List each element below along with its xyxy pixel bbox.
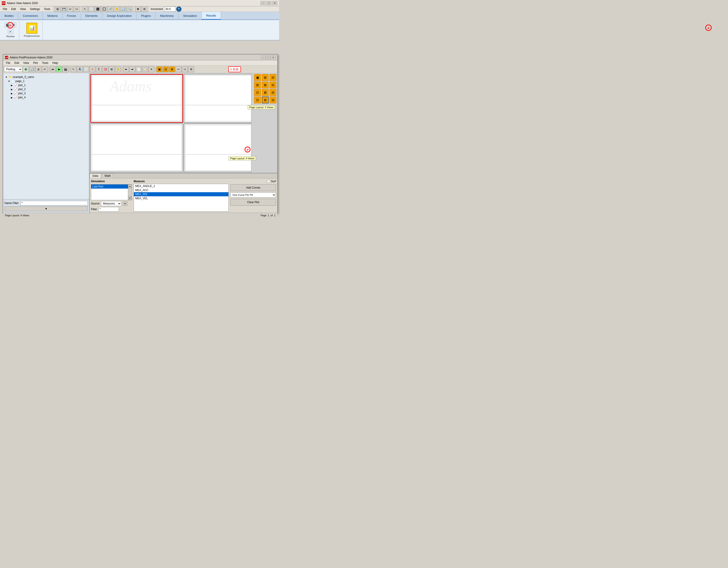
- pp-tb-hand[interactable]: ✋: [115, 66, 121, 72]
- layout-btn-6[interactable]: ⊟: [270, 82, 276, 88]
- menu-settings[interactable]: Settings: [28, 7, 42, 11]
- pp-tb-undo[interactable]: ↩: [42, 66, 48, 72]
- pp-tb-undo2[interactable]: ↩: [175, 66, 181, 72]
- pp-tb-curve[interactable]: ∿: [90, 66, 95, 72]
- pp-menu-edit[interactable]: Edit: [13, 61, 21, 65]
- measure-item-angle[interactable]: MEA_ANGLE_1: [134, 184, 228, 188]
- pp-tb-nav4[interactable]: 📋: [142, 66, 148, 72]
- review-icon-2[interactable]: ⊞: [11, 22, 16, 28]
- save-button[interactable]: 💾: [61, 6, 67, 12]
- menu-view[interactable]: View: [18, 7, 28, 11]
- zoom-button[interactable]: 🔍: [127, 6, 133, 12]
- pp-tb-box[interactable]: ⬜: [83, 66, 89, 72]
- postprocessor-icon[interactable]: 📊: [26, 23, 37, 34]
- sim-scroll-down[interactable]: ▼: [128, 196, 132, 200]
- new-button[interactable]: ➕: [55, 6, 60, 12]
- tree-plot1-toggle[interactable]: ▶: [10, 84, 13, 87]
- plot-cell-1[interactable]: Adams: [90, 74, 183, 123]
- pp-tb-nav3[interactable]: 📄: [136, 66, 142, 72]
- tree-plot2-toggle[interactable]: ▶: [10, 88, 13, 91]
- pp-menu-tools[interactable]: Tools: [40, 61, 50, 65]
- layout-btn-12[interactable]: ⊟: [270, 97, 276, 103]
- pp-tb-target[interactable]: 🎯: [102, 66, 108, 72]
- tab-connectors[interactable]: Connectors: [18, 12, 43, 20]
- measure-item-acc[interactable]: MEA_ACC: [134, 188, 228, 192]
- pp-tb-layout1[interactable]: ▣: [156, 66, 162, 72]
- tree-plot-1[interactable]: ▶ 📈 plot_1: [10, 83, 87, 87]
- pp-controls[interactable]: ─ □ ✕: [261, 56, 275, 59]
- tab-plugins[interactable]: Plugins: [137, 12, 156, 20]
- select-button[interactable]: ↖: [82, 6, 88, 12]
- layout-btn-1[interactable]: ▣: [254, 74, 261, 81]
- pp-tb-nav5[interactable]: ✕: [148, 66, 154, 72]
- pp-tb-play[interactable]: ▶: [56, 66, 62, 72]
- rot-button[interactable]: 🔄: [120, 6, 126, 12]
- clear-plot-button[interactable]: Clear Plot: [230, 199, 276, 206]
- close-button[interactable]: ✕: [272, 1, 277, 5]
- tree-page[interactable]: ▼ 📄 page_1: [8, 79, 87, 83]
- tree-page-toggle[interactable]: ▼: [8, 80, 10, 83]
- tab-design-exploration[interactable]: Design Exploration: [103, 12, 137, 20]
- tab-bodies[interactable]: Bodies: [0, 12, 18, 20]
- menu-file[interactable]: File: [1, 7, 9, 11]
- tree-plot-3[interactable]: ▶ 📈 plot_3: [10, 91, 87, 95]
- pp-tb-anim[interactable]: 🎬: [63, 66, 68, 72]
- tab-machinery[interactable]: Machinery: [155, 12, 178, 20]
- pp-tb-nav2[interactable]: ➡: [129, 66, 135, 72]
- redo-button[interactable]: ↪: [74, 6, 80, 12]
- title-bar-controls[interactable]: ─ □ ✕: [260, 1, 277, 5]
- pp-menu-plot[interactable]: Plot: [31, 61, 40, 65]
- pp-tb-settings[interactable]: ⚙: [188, 66, 194, 72]
- pp-tb-print[interactable]: 🖨: [35, 66, 41, 72]
- menu-edit[interactable]: Edit: [9, 7, 18, 11]
- layout-btn-3[interactable]: ⊟: [270, 74, 276, 81]
- pp-tb-text[interactable]: A: [77, 66, 83, 72]
- tree-plot3-toggle[interactable]: ▶: [10, 92, 13, 95]
- layout-btn-7[interactable]: ⊡: [254, 89, 261, 96]
- pp-tb-new[interactable]: ➕: [23, 66, 29, 72]
- box3-button[interactable]: 🔲: [101, 6, 107, 12]
- filter-input[interactable]: [98, 207, 119, 212]
- sim-scroll-up[interactable]: ▲: [128, 185, 132, 188]
- minimize-button[interactable]: ─: [260, 1, 265, 5]
- pp-menu-help[interactable]: Help: [51, 61, 60, 65]
- scale-button[interactable]: ⚙: [141, 6, 147, 12]
- tree-plot-4[interactable]: ▶ 📈 plot_4: [10, 95, 87, 100]
- box2-button[interactable]: ⬛: [95, 6, 101, 12]
- link-button[interactable]: 🔗: [108, 6, 113, 12]
- pp-tb-layout3[interactable]: ⊠: [169, 66, 175, 72]
- pp-tb-select[interactable]: ↖: [70, 66, 76, 72]
- review-icon-1[interactable]: 🎬: [5, 22, 10, 28]
- pp-tb-redo2[interactable]: ↪: [182, 66, 188, 72]
- pp-minimize-button[interactable]: ─: [261, 56, 265, 59]
- tab-motions[interactable]: Motions: [43, 12, 63, 20]
- layout-btn-5[interactable]: ⊠: [262, 82, 269, 88]
- measure-item-dis[interactable]: MEA_DIS: [134, 192, 228, 196]
- pp-menu-view[interactable]: View: [21, 61, 31, 65]
- box-select-button[interactable]: ⬜: [88, 6, 94, 12]
- curve-per-plot-select[interactable]: One Curve Per Plt: [230, 193, 276, 198]
- maximize-button[interactable]: □: [266, 1, 271, 5]
- tree-plot-2[interactable]: ▶ 📈 plot_2: [10, 87, 87, 91]
- name-filter-input[interactable]: [20, 201, 88, 206]
- tree-plot4-toggle[interactable]: ▶: [10, 96, 13, 99]
- pp-tb-refresh[interactable]: 🔄: [29, 66, 35, 72]
- pp-maximize-button[interactable]: □: [266, 56, 270, 59]
- source-select[interactable]: Measures Results Requests: [101, 201, 121, 206]
- help-button[interactable]: ?: [176, 6, 182, 12]
- layout-btn-9[interactable]: ⊟: [270, 89, 276, 96]
- increment-input[interactable]: [164, 7, 176, 12]
- pp-menu-file[interactable]: File: [4, 61, 12, 65]
- tab-elements[interactable]: Elements: [81, 12, 103, 20]
- drag-button[interactable]: ✋: [114, 6, 120, 12]
- simulation-item-last-run[interactable]: Last Run: [91, 185, 132, 189]
- tab-forces[interactable]: Forces: [63, 12, 81, 20]
- layout-btn-2[interactable]: ⊞: [262, 74, 269, 81]
- tree-root[interactable]: ▼ 📁 example_5_cams: [5, 75, 87, 79]
- pp-tb-first[interactable]: ⏮: [50, 66, 56, 72]
- name-filter-dropdown[interactable]: ▼: [5, 206, 88, 211]
- move-button[interactable]: ✚: [135, 6, 141, 12]
- layout-btn-11[interactable]: ⊞: [262, 97, 269, 103]
- layout-btn-8[interactable]: ⊠: [262, 89, 269, 96]
- source-dropdown-btn[interactable]: ▼: [123, 201, 127, 206]
